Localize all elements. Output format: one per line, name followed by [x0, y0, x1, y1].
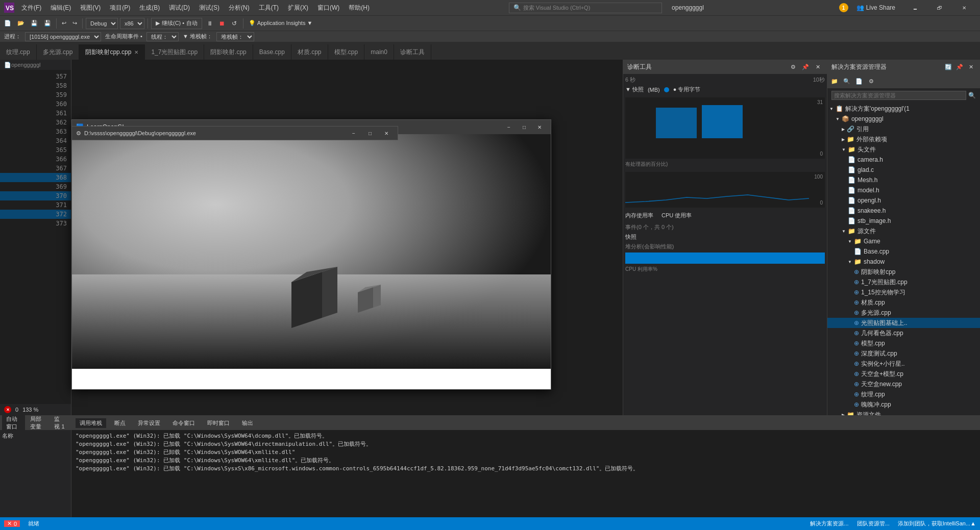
open-file-btn[interactable]: 📂 [15, 19, 27, 28]
tab-model[interactable]: 模型.cpp [328, 44, 365, 60]
process-dropdown[interactable]: [10156] opengggggl.exe [25, 32, 101, 41]
path-close-btn[interactable]: ✕ [379, 128, 394, 139]
path-maximize-btn[interactable]: □ [363, 128, 377, 139]
command-tab[interactable]: 命令窗口 [168, 418, 199, 428]
tab-shadowmap-cpp[interactable]: 阴影映射cpp.cpp ✕ [79, 44, 145, 60]
close-button[interactable]: ✕ [952, 0, 976, 15]
tree-multilight-cpp[interactable]: ⊕ 多光源.cpp [827, 308, 980, 318]
tree-control15[interactable]: ⊕ 1_15控光物学习 [827, 287, 980, 297]
tab-main0[interactable]: main0 [364, 44, 394, 60]
tree-model-cpp[interactable]: ⊕ 模型.cpp [827, 338, 980, 348]
opengl-close-btn[interactable]: ✕ [532, 121, 547, 133]
menu-project[interactable]: 项目(P) [106, 2, 134, 14]
tab-lightmap[interactable]: 1_7光照贴图.cpp [145, 44, 204, 60]
solution-toolbar-btn1[interactable]: 📁 [829, 76, 840, 86]
minimize-button[interactable]: 🗕 [903, 0, 927, 15]
opengl-minimize-btn[interactable]: − [502, 121, 516, 133]
tree-mesh-h[interactable]: 📄 Mesh.h [827, 175, 980, 185]
diag-settings-btn[interactable]: ⚙ [788, 62, 798, 72]
watch-tab[interactable]: 监视 1 [50, 414, 69, 432]
tree-headers[interactable]: ▼ 📁 头文件 [827, 144, 980, 155]
exceptions-tab[interactable]: 异常设置 [134, 418, 164, 428]
opengl-restore-btn[interactable]: □ [517, 121, 531, 133]
vs-search-box[interactable]: 🔍 搜索 Visual Studio (Ctrl+Q) [509, 3, 662, 13]
undo-btn[interactable]: ↩ [60, 19, 68, 28]
tree-skybox-model[interactable]: ⊕ 天空盒+模型.cp [827, 369, 980, 379]
snap-btn[interactable]: ▼ 快照 [625, 86, 644, 93]
solution-search-input[interactable] [831, 91, 966, 100]
tree-pakepake[interactable]: ⊕ 魄魄冲.cpp [827, 399, 980, 410]
menu-edit[interactable]: 编辑(E) [46, 2, 75, 14]
locals-tab[interactable]: 局部变量 [26, 414, 49, 432]
tab-multilight[interactable]: 多光源.cpp [37, 44, 80, 60]
tree-camera-h[interactable]: 📄 camera.h [827, 155, 980, 165]
tree-material-cpp[interactable]: ⊕ 材质.cpp [827, 297, 980, 308]
solution-toolbar-btn3[interactable]: 📄 [854, 76, 864, 86]
callstack-tab[interactable]: 调用堆栈 [76, 418, 106, 428]
path-minimize-btn[interactable]: − [347, 128, 361, 139]
solution-pin-btn[interactable]: 📌 [954, 62, 965, 72]
menu-file[interactable]: 文件(F) [17, 2, 45, 14]
path-popup[interactable]: ⚙ D:\vssss\opengggggl\Debug\opengggggl.e… [71, 126, 398, 140]
tree-game[interactable]: ▼ 📁 Game [827, 236, 980, 246]
tree-project[interactable]: ▼ 📦 opengggggl [827, 114, 980, 124]
diag-close-btn[interactable]: ✕ [813, 62, 823, 72]
solution-resource-btn[interactable]: 解决方案资源... [810, 520, 848, 527]
tree-snakeee-h[interactable]: 📄 snakeee.h [827, 206, 980, 216]
menu-debug[interactable]: 调试(D) [165, 2, 194, 14]
tree-glad-c[interactable]: 📄 glad.c [827, 165, 980, 175]
tree-lightmap-base[interactable]: ⊕ 光照贴图基础上.. [827, 318, 980, 328]
tree-texture-cpp2[interactable]: ⊕ 纹理.cpp [827, 389, 980, 399]
tree-skybox-new[interactable]: ⊕ 天空盒new.cpp [827, 379, 980, 389]
menu-analyze[interactable]: 分析(N) [225, 2, 254, 14]
tree-lightmap17[interactable]: ⊕ 1_7光照贴图.cpp [827, 277, 980, 287]
tree-stb-image-h[interactable]: 📄 stb_image.h [827, 216, 980, 226]
menu-build[interactable]: 生成(B) [135, 2, 164, 14]
error-status[interactable]: ✕ 0 [4, 520, 20, 527]
autos-tab[interactable]: 自动窗口 [2, 414, 25, 432]
tab-base[interactable]: Base.cpp [253, 44, 291, 60]
pause-btn[interactable]: ⏸ [204, 18, 215, 29]
menu-window[interactable]: 窗口(W) [313, 2, 344, 14]
stack-dropdown[interactable]: 堆栈帧： [216, 32, 254, 41]
solution-toolbar-btn4[interactable]: ⚙ [866, 76, 876, 86]
diag-pin-btn[interactable]: 📌 [800, 62, 811, 72]
menu-test[interactable]: 测试(S) [195, 2, 224, 14]
redo-btn[interactable]: ↪ [70, 19, 79, 28]
save-all-btn[interactable]: 💾 [42, 19, 53, 28]
tree-shadowmap-cpp2[interactable]: ⊕ 阴影映射cpp [827, 267, 980, 277]
tab-material[interactable]: 材质.cpp [291, 44, 328, 60]
tree-depth-test[interactable]: ⊕ 深度测试.cpp [827, 348, 980, 359]
live-share-button[interactable]: 👥 Live Share [852, 3, 899, 12]
tab-close-icon[interactable]: ✕ [134, 49, 138, 55]
tree-opengl-h[interactable]: 📄 opengl.h [827, 195, 980, 206]
maximize-button[interactable]: 🗗 [928, 0, 951, 15]
tree-solution[interactable]: ▼ 📋 解决方案'opengggggl'(1 [827, 104, 980, 114]
tree-model-h[interactable]: 📄 model.h [827, 185, 980, 195]
menu-view[interactable]: 视图(V) [76, 2, 105, 14]
continue-button[interactable]: ▶ 继续(C) • 自动 [151, 18, 202, 29]
tree-base-cpp[interactable]: 📄 Base.cpp [827, 246, 980, 257]
breakpoints-tab[interactable]: 断点 [110, 418, 130, 428]
tab-texture[interactable]: 纹理.cpp [0, 44, 37, 60]
menu-tools[interactable]: 工具(T) [255, 2, 283, 14]
solution-close-btn[interactable]: ✕ [966, 62, 976, 72]
tree-geometry-shader[interactable]: ⊕ 几何看色器.cpp [827, 328, 980, 338]
tree-instance[interactable]: ⊕ 实例化+小行星.. [827, 359, 980, 369]
stop-btn[interactable]: ⏹ [216, 18, 228, 29]
tab-diagnostics[interactable]: 诊断工具 [394, 44, 431, 60]
immediate-tab[interactable]: 即时窗口 [203, 418, 234, 428]
tree-sources[interactable]: ▼ 📁 源文件 [827, 226, 980, 236]
menu-extensions[interactable]: 扩展(X) [284, 2, 312, 14]
solution-sync-btn[interactable]: 🔄 [943, 62, 953, 72]
tab-shadowmap[interactable]: 阴影映射.cpp [204, 44, 253, 60]
tree-shadow[interactable]: ▼ 📁 shadow [827, 257, 980, 267]
restart-btn[interactable]: ↺ [229, 18, 240, 29]
tree-references[interactable]: ▶ 🔗 引用 [827, 124, 980, 134]
team-resource-btn[interactable]: 团队资源管... [857, 520, 890, 527]
debug-config-dropdown[interactable]: Debug [86, 18, 118, 29]
menu-help[interactable]: 帮助(H) [345, 2, 374, 14]
tree-external-deps[interactable]: ▶ 📁 外部依赖项 [827, 134, 980, 144]
new-file-btn[interactable]: 📄 [2, 19, 13, 28]
app-insights-btn[interactable]: 💡 Application Insights ▼ [247, 19, 314, 28]
